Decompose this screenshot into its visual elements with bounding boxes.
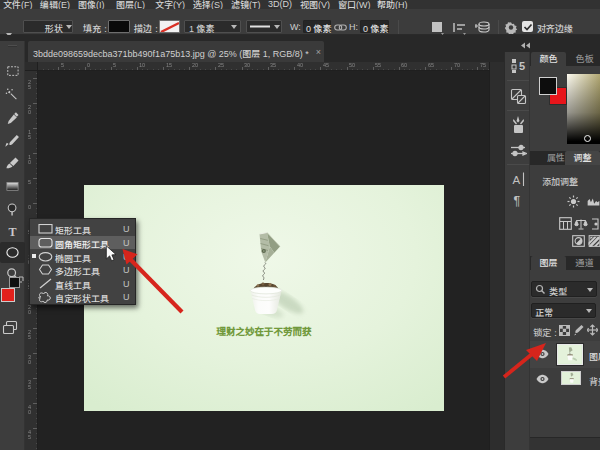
svg-text:T: T — [8, 225, 16, 239]
svg-text:A: A — [513, 174, 521, 186]
svg-text:¶: ¶ — [514, 194, 521, 208]
svg-text:5: 5 — [519, 60, 525, 72]
